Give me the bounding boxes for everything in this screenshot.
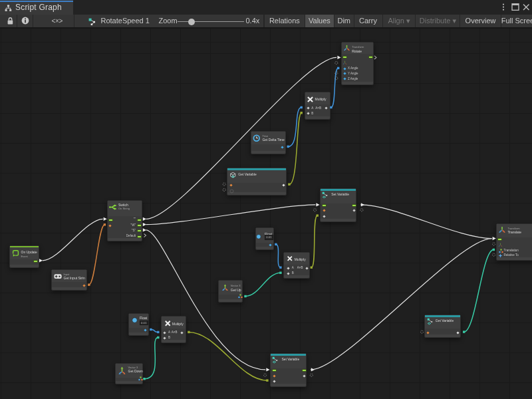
node-vector3-get-down[interactable]: Vector 3Get Down	[115, 363, 143, 384]
node-multiply-bottom[interactable]: MultiplyAA×BB	[161, 316, 186, 343]
node-transform-translate[interactable]: TransformTranslate Translation Relative …	[496, 223, 532, 261]
node-on-update[interactable]: On UpdateEvent	[9, 245, 39, 269]
value-port[interactable]	[287, 267, 290, 269]
value-port[interactable]	[163, 332, 166, 334]
node-kicker: Transform	[352, 45, 364, 49]
node-set-variable-bottom[interactable]: Set Variable	[270, 353, 307, 387]
node-title: Multiply	[172, 322, 184, 326]
flow-port[interactable]	[109, 219, 112, 221]
node-get-delta-time[interactable]: TimeGet Delta Time	[251, 131, 286, 155]
value-port[interactable]	[180, 332, 183, 334]
flow-port[interactable]	[352, 205, 356, 206]
node-title: Get Variable	[436, 319, 454, 323]
value-port[interactable]	[229, 184, 232, 186]
switch-branch-icon	[109, 203, 118, 211]
value-port[interactable]	[269, 243, 271, 246]
port-label: A	[168, 331, 170, 334]
value-port[interactable]	[273, 374, 275, 377]
node-float-bottom[interactable]: Float0.01	[128, 313, 149, 336]
value-port[interactable]	[303, 374, 305, 377]
flow-port[interactable]	[138, 225, 141, 226]
node-title: Rotate	[352, 49, 362, 53]
value-port[interactable]	[287, 272, 290, 275]
node-get-variable-bottom-right[interactable]: Get Variable	[424, 315, 461, 338]
node-accent-bar	[227, 168, 286, 170]
node-title: Float	[140, 316, 147, 320]
value-port[interactable]	[352, 209, 355, 211]
script-graph-window: Script Graph	[0, 0, 532, 399]
vector3-mini-icon[interactable]	[138, 376, 143, 381]
port-label: Relative To	[504, 253, 519, 257]
node-multiply-mid[interactable]: MultiplyAA×BB	[283, 252, 310, 279]
value-port[interactable]	[343, 67, 346, 70]
node-title: Switch	[118, 203, 128, 207]
node-footer	[108, 238, 142, 241]
node-footer	[342, 82, 373, 84]
flow-port[interactable]	[369, 57, 372, 58]
clock-icon	[253, 134, 261, 142]
transform-mini-icon[interactable]	[342, 61, 347, 65]
node-get-variable-top[interactable]: Get Variable	[227, 168, 287, 196]
gamepad-icon	[54, 273, 62, 279]
flow-port[interactable]	[138, 219, 141, 221]
vector3-icon	[118, 366, 126, 375]
value-port[interactable]	[343, 72, 346, 74]
flow-port[interactable]	[498, 239, 501, 240]
space-enum-mini-icon[interactable]	[498, 253, 503, 258]
variable-set-icon	[272, 356, 279, 364]
node-layer: On UpdateEvent InputGet Input Strin Swit…	[0, 0, 532, 399]
value-port[interactable]	[343, 77, 346, 80]
node-multiply-top[interactable]: MultiplyAA×BB	[305, 92, 331, 120]
flow-port[interactable]	[34, 261, 37, 262]
node-title: Set Variable	[331, 192, 349, 196]
port-label: B	[168, 336, 170, 339]
transform-mini-icon[interactable]	[498, 243, 503, 247]
vector3-mini-icon[interactable]	[499, 249, 503, 253]
value-port[interactable]	[281, 146, 283, 148]
flow-port[interactable]	[303, 370, 306, 371]
port-label: Y Angle	[348, 72, 358, 75]
value-port[interactable]	[282, 184, 285, 186]
variable-cube-icon	[229, 172, 237, 179]
node-footer	[256, 247, 273, 249]
value-port[interactable]	[325, 106, 327, 109]
value-port[interactable]	[144, 329, 146, 331]
vector3-mini-icon[interactable]	[238, 294, 243, 299]
value-port[interactable]	[163, 337, 166, 340]
node-title: On Update	[21, 250, 37, 254]
node-float-top[interactable]: Float0.01	[255, 227, 274, 250]
port-label: Default	[126, 234, 136, 237]
node-accent-bar	[321, 189, 356, 191]
flow-port[interactable]	[343, 57, 346, 58]
node-set-variable-mid[interactable]: Set Variable	[320, 188, 356, 222]
flow-port[interactable]	[138, 236, 141, 237]
value-port[interactable]	[426, 331, 429, 334]
node-footer	[251, 151, 285, 154]
node-header	[227, 168, 286, 183]
port-label: A	[311, 106, 313, 110]
node-title: Get Input Strin	[64, 276, 85, 280]
node-transform-rotate[interactable]: TransformRotate X AngleY AngleZ Angle	[341, 42, 374, 85]
value-port[interactable]	[306, 267, 309, 269]
flow-port[interactable]	[138, 230, 141, 231]
node-footer	[219, 299, 242, 302]
flow-port[interactable]	[273, 370, 276, 371]
node-switch-on-string[interactable]: SwitchOn String"""W""S"Default	[107, 200, 142, 241]
value-port[interactable]	[323, 215, 325, 217]
node-title: Get Down	[128, 369, 143, 373]
node-kicker: On String	[118, 207, 130, 210]
port-label: Translation	[504, 249, 519, 252]
value-port[interactable]	[323, 209, 325, 211]
value-input-field[interactable]: 0.01	[140, 321, 148, 325]
vector3-icon	[221, 284, 229, 291]
node-get-input-string[interactable]: InputGet Input Strin	[51, 269, 87, 291]
value-port[interactable]	[456, 331, 459, 334]
value-port[interactable]	[307, 106, 309, 109]
node-vector3-get-up[interactable]: Vector 3Get Up	[218, 280, 243, 303]
value-port[interactable]	[82, 284, 85, 287]
value-port[interactable]	[307, 112, 309, 114]
flow-port[interactable]	[323, 205, 326, 206]
value-port[interactable]	[108, 224, 111, 227]
value-port[interactable]	[273, 380, 275, 382]
value-input-field[interactable]: 0.01	[265, 235, 274, 239]
